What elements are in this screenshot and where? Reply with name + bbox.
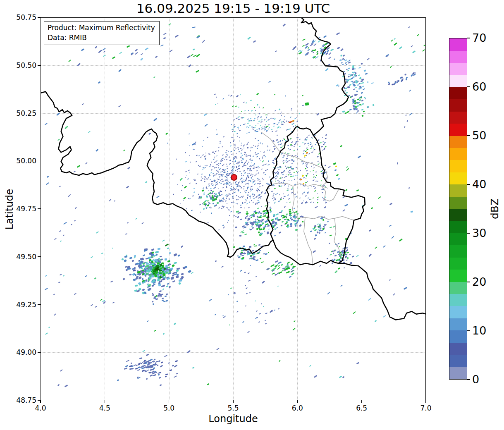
figure-title: 16.09.2025 19:15 - 19:19 UTC xyxy=(41,1,426,16)
colorbar-segment xyxy=(449,294,467,306)
x-tick xyxy=(105,400,105,403)
country-border xyxy=(339,263,426,320)
colorbar-segment xyxy=(449,63,467,75)
x-tick xyxy=(40,400,41,403)
y-axis-label: Latitude xyxy=(4,168,15,251)
radar-figure: 16.09.2025 19:15 - 19:19 UTC Product: Ma… xyxy=(0,0,504,430)
y-tick-label: 49.50 xyxy=(6,253,36,261)
y-tick xyxy=(38,17,41,18)
x-tick-label: 4.5 xyxy=(90,404,119,412)
region-border xyxy=(304,217,313,265)
y-tick-label: 50.75 xyxy=(6,13,36,22)
colorbar-segment xyxy=(449,38,467,50)
x-tick-label: 6.0 xyxy=(283,404,312,412)
colorbar-segment xyxy=(449,209,467,221)
colorbar-tick xyxy=(467,184,470,185)
colorbar-segment xyxy=(449,197,467,209)
y-tick-label: 48.75 xyxy=(6,396,36,404)
x-axis-label: Longitude xyxy=(41,413,426,425)
colorbar-tick xyxy=(467,379,470,380)
map-plot: Product: Maximum Reflectivity Data: RMIB xyxy=(41,17,426,400)
colorbar-segment xyxy=(449,245,467,257)
colorbar-tick xyxy=(467,38,470,38)
country-border xyxy=(41,92,273,257)
y-tick xyxy=(38,113,41,114)
y-tick xyxy=(38,304,41,305)
colorbar-segment xyxy=(449,318,467,330)
x-tick-label: 7.0 xyxy=(411,404,440,412)
colorbar xyxy=(449,38,467,380)
colorbar-tick xyxy=(467,330,470,331)
colorbar-tick-label: 0 xyxy=(472,372,479,387)
colorbar-segment xyxy=(449,367,467,379)
product-line: Product: Maximum Reflectivity xyxy=(48,23,155,33)
x-tick xyxy=(297,400,298,403)
colorbar-tick xyxy=(467,86,470,87)
colorbar-tick-label: 20 xyxy=(472,275,486,289)
x-tick-label: 4.0 xyxy=(26,404,55,412)
country-border xyxy=(273,240,338,265)
border-svg xyxy=(41,17,426,400)
y-tick-label: 49.25 xyxy=(6,301,36,309)
x-tick-label: 6.5 xyxy=(347,404,376,412)
y-tick-label: 49.00 xyxy=(6,348,36,356)
colorbar-tick-label: 40 xyxy=(472,177,486,192)
colorbar-segment xyxy=(449,330,467,342)
product-info-box: Product: Maximum Reflectivity Data: RMIB xyxy=(44,21,160,45)
colorbar-segment xyxy=(449,270,467,282)
colorbar-tick-label: 50 xyxy=(472,128,486,143)
colorbar-segment xyxy=(449,184,467,196)
colorbar-segment xyxy=(449,258,467,270)
country-border xyxy=(313,135,365,263)
colorbar-tick-label: 10 xyxy=(472,323,486,338)
colorbar-tick xyxy=(467,282,470,282)
colorbar-segment xyxy=(449,124,467,136)
colorbar-tick xyxy=(467,233,470,234)
colorbar-segment xyxy=(449,355,467,367)
radar-site-marker xyxy=(231,174,237,181)
colorbar-segment xyxy=(449,343,467,355)
region-border xyxy=(292,186,297,218)
colorbar-label: dBZ xyxy=(489,186,501,232)
region-border xyxy=(272,183,328,189)
x-tick xyxy=(425,400,426,403)
y-tick xyxy=(38,352,41,353)
y-tick-label: 50.25 xyxy=(6,109,36,117)
colorbar-segment xyxy=(449,112,467,124)
x-tick xyxy=(361,400,362,403)
colorbar-tick-label: 70 xyxy=(472,31,486,45)
colorbar-tick-label: 60 xyxy=(472,79,486,94)
colorbar-segment xyxy=(449,306,467,318)
y-tick xyxy=(38,161,41,162)
colorbar-segment xyxy=(449,172,467,184)
colorbar-segment xyxy=(449,87,467,99)
country-border xyxy=(267,127,296,240)
region-border xyxy=(334,218,342,260)
x-tick xyxy=(169,400,170,403)
colorbar-segment xyxy=(449,99,467,111)
y-tick xyxy=(38,65,41,66)
y-tick-label: 50.50 xyxy=(6,61,36,69)
colorbar-segment xyxy=(449,51,467,63)
x-tick-label: 5.0 xyxy=(155,404,184,412)
colorbar-tick xyxy=(467,135,470,136)
data-source-line: Data: RMIB xyxy=(48,33,155,43)
y-tick xyxy=(38,400,41,401)
region-border xyxy=(261,132,319,167)
x-tick-label: 5.5 xyxy=(219,404,248,412)
y-tick xyxy=(38,208,41,209)
colorbar-segment xyxy=(449,148,467,160)
y-tick xyxy=(38,256,41,257)
region-border xyxy=(297,217,354,220)
colorbar-tick-label: 30 xyxy=(472,226,486,241)
colorbar-segment xyxy=(449,160,467,172)
colorbar-segment xyxy=(449,136,467,148)
x-tick xyxy=(233,400,234,403)
colorbar-segment xyxy=(449,233,467,245)
country-border xyxy=(296,17,349,135)
y-tick-label: 50.00 xyxy=(6,157,36,165)
colorbar-segment xyxy=(449,221,467,233)
colorbar-segment xyxy=(449,282,467,294)
colorbar-segment xyxy=(449,75,467,87)
